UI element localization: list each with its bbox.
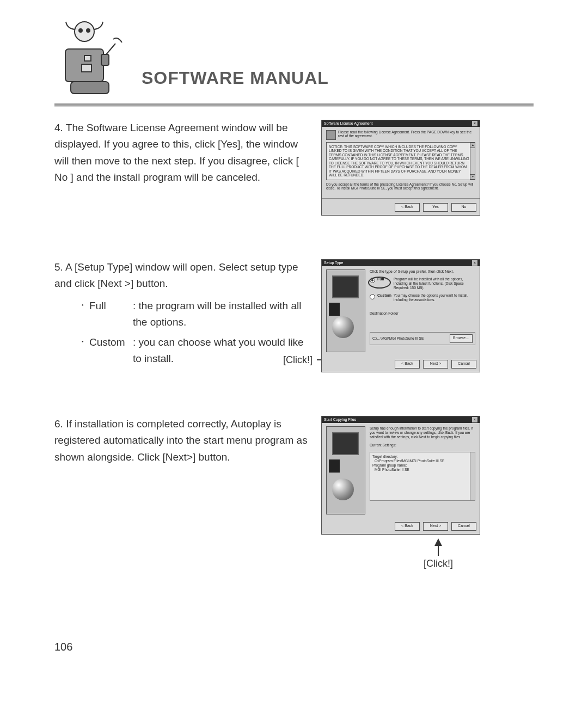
step-4: 4. The Software License Agreement window…	[54, 120, 534, 216]
page-content: 4. The Software License Agreement window…	[54, 120, 534, 535]
dialog-setup-title: Setup Type	[324, 260, 343, 266]
no-button[interactable]: No	[451, 203, 476, 212]
step-6-figure: Start Copying Files × Setup has enough i…	[321, 416, 534, 535]
dialog-setup-type: Setup Type × Click the type of Setup you…	[321, 259, 480, 372]
yes-button[interactable]: Yes	[423, 203, 448, 212]
scrollbar[interactable]: ▴ ▾	[470, 143, 475, 180]
setup-side-graphic	[326, 269, 365, 352]
svg-point-5	[87, 29, 90, 32]
back-button[interactable]: < Back	[395, 522, 420, 531]
step-6-text: 6. If installation is completed correctl…	[54, 416, 310, 465]
copy-side-graphic	[326, 426, 365, 514]
close-icon[interactable]: ×	[472, 260, 477, 266]
option-full-desc: : the program will be installed with all…	[133, 298, 310, 331]
close-icon[interactable]: ×	[472, 417, 477, 422]
click-label: [Click!]	[283, 354, 313, 366]
svg-rect-6	[71, 82, 109, 94]
cancel-button[interactable]: Cancel	[451, 522, 476, 531]
annotation-circle-icon	[368, 277, 391, 289]
settings-line4: MGI PhotoSuite III SE	[375, 468, 469, 472]
step-5-text: 5. A [Setup Type] window will open. Sele…	[54, 259, 310, 370]
arrow-up-icon	[434, 538, 442, 546]
back-button[interactable]: < Back	[395, 203, 420, 212]
mascot-illustration	[54, 16, 125, 103]
svg-rect-1	[101, 54, 109, 65]
option-full: Full : the program will be installed wit…	[82, 298, 310, 331]
page-header: SOFTWARE MANUAL	[54, 16, 534, 103]
radio-custom-desc: You may choose the options you want to i…	[394, 293, 475, 302]
license-intro-text: Please read the following License Agreem…	[338, 130, 475, 140]
step-6-body: If installation is completed correctly, …	[54, 418, 308, 463]
click-label: [Click!]	[424, 558, 453, 569]
step-5-number: 5.	[54, 261, 63, 273]
radio-full-desc: Program will be installed with all the o…	[394, 277, 475, 290]
browse-button[interactable]: Browse…	[450, 334, 473, 343]
next-button[interactable]: Next >	[423, 360, 448, 369]
step-5-body: A [Setup Type] window will open. Select …	[54, 261, 298, 289]
radio-custom-row[interactable]: Custom You may choose the options you wa…	[370, 293, 475, 302]
license-upper: NOTICE: THIS SOFTWARE COPY WHICH INCLUDE…	[329, 145, 469, 177]
scrollbar[interactable]	[470, 452, 475, 500]
step-6-number: 6.	[54, 418, 63, 430]
current-settings-box: Target directory: C:\Program Files\MGI\M…	[370, 452, 475, 501]
dialog-copy-title: Start Copying Files	[324, 416, 356, 423]
dialog-setup-titlebar: Setup Type ×	[322, 260, 480, 266]
license-question: Do you accept all the terms of the prece…	[326, 182, 475, 191]
svg-point-4	[79, 29, 82, 32]
option-custom: Custom : you can choose what you would l…	[82, 334, 310, 367]
dialog-license-agreement: Software License Agreement × Please read…	[321, 120, 480, 216]
step-5: 5. A [Setup Type] window will open. Sele…	[54, 259, 534, 372]
svg-rect-8	[84, 56, 91, 61]
svg-rect-7	[82, 64, 91, 72]
page-title: SOFTWARE MANUAL	[142, 68, 329, 88]
settings-line2: C:\Program Files\MGI\MGI PhotoSuite III …	[375, 459, 469, 463]
dest-path: C:\…\MGI\MGI PhotoSuite III SE	[372, 336, 424, 341]
svg-point-3	[75, 22, 94, 41]
step-6: 6. If installation is completed correctl…	[54, 416, 534, 535]
header-rule	[54, 103, 534, 107]
destination-folder-row: C:\…\MGI\MGI PhotoSuite III SE Browse…	[370, 332, 475, 345]
dialog-license-titlebar: Software License Agreement ×	[322, 120, 480, 127]
settings-line3: Program group name:	[372, 463, 469, 468]
back-button[interactable]: < Back	[395, 360, 420, 369]
manual-page: SOFTWARE MANUAL 4. The Software License …	[0, 0, 588, 705]
step-5-figure: [Click!] Setup Type × Click the	[321, 259, 534, 372]
next-button[interactable]: Next >	[423, 522, 448, 531]
page-number: 106	[54, 641, 72, 653]
copy-intro: Setup has enough information to start co…	[370, 426, 475, 439]
radio-custom-label: Custom	[377, 293, 391, 298]
radio-custom[interactable]	[370, 294, 375, 299]
setup-instruction: Click the type of Setup you prefer, then…	[370, 269, 475, 274]
step-4-figure: Software License Agreement × Please read…	[321, 120, 534, 216]
dialog-start-copying: Start Copying Files × Setup has enough i…	[321, 416, 480, 535]
dialog-copy-titlebar: Start Copying Files ×	[322, 416, 480, 423]
settings-line1: Target directory:	[372, 455, 469, 459]
cancel-button[interactable]: Cancel	[451, 360, 476, 369]
step-4-text: 4. The Software License Agreement window…	[54, 120, 310, 186]
license-heading: LICENSE AND WARRANTY:	[329, 179, 469, 180]
option-custom-label: Custom	[89, 334, 133, 367]
step-5-options: Full : the program will be installed wit…	[82, 298, 310, 367]
license-text-area[interactable]: NOTICE: THIS SOFTWARE COPY WHICH INCLUDE…	[326, 142, 475, 180]
scroll-down-icon[interactable]: ▾	[470, 174, 475, 180]
svg-line-2	[106, 44, 115, 54]
scroll-up-icon[interactable]: ▴	[470, 143, 475, 148]
copy-section-label: Current Settings:	[370, 443, 475, 447]
dialog-license-title: Software License Agreement	[324, 120, 373, 127]
dest-heading: Destination Folder	[370, 311, 475, 316]
close-icon[interactable]: ×	[472, 121, 477, 126]
step-4-number: 4.	[54, 122, 63, 133]
step-4-body: The Software License Agreement window wi…	[54, 122, 299, 183]
scroll-icon	[326, 130, 336, 140]
option-full-label: Full	[89, 298, 133, 331]
